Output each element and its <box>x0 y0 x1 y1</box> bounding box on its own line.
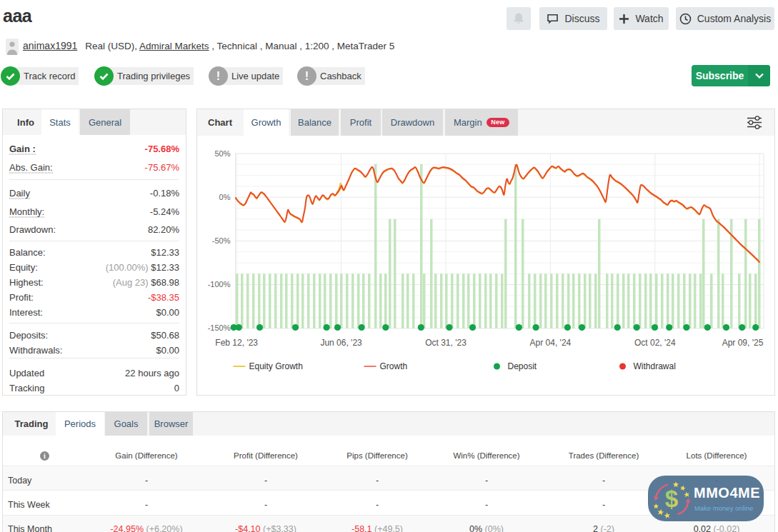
svg-text:Feb 12, '23: Feb 12, '23 <box>215 338 258 348</box>
svg-text:Jun 06, '23: Jun 06, '23 <box>320 338 362 348</box>
svg-text:-50%: -50% <box>212 236 231 245</box>
svg-text:Apr 04, '24: Apr 04, '24 <box>530 338 572 348</box>
svg-text:Oct 31, '23: Oct 31, '23 <box>425 338 467 348</box>
svg-text:Deposit: Deposit <box>508 361 537 371</box>
svg-text:0%: 0% <box>219 193 231 201</box>
svg-text:Withdrawal: Withdrawal <box>634 361 676 371</box>
svg-text:Equity Growth: Equity Growth <box>249 361 303 371</box>
svg-text:-100%: -100% <box>208 280 231 288</box>
svg-text:Oct 02, '24: Oct 02, '24 <box>634 338 676 348</box>
svg-text:Apr 09, '25: Apr 09, '25 <box>722 338 764 348</box>
svg-text:-150%: -150% <box>208 323 231 332</box>
svg-text:$: $ <box>665 486 678 512</box>
svg-text:Growth: Growth <box>380 361 408 371</box>
svg-text:50%: 50% <box>214 149 230 158</box>
